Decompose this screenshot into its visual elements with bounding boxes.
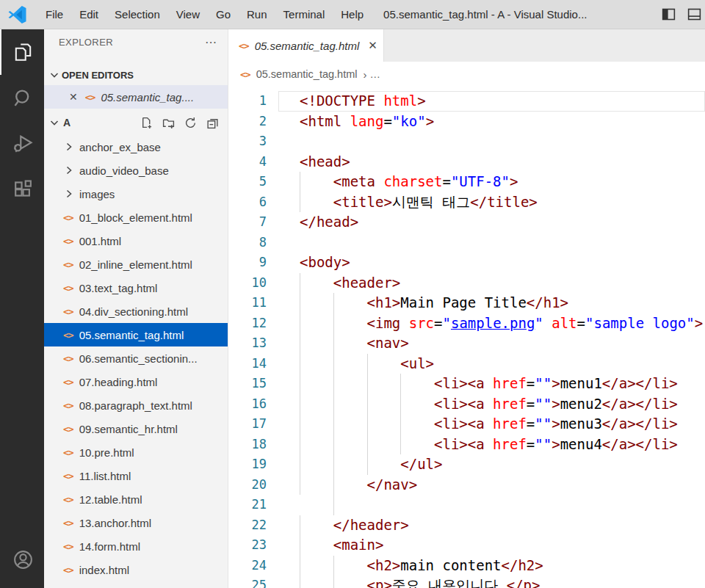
menu-view[interactable]: View (168, 8, 208, 21)
code-line-2[interactable]: <html lang="ko"> (278, 112, 705, 132)
extensions-icon[interactable] (0, 166, 44, 211)
line-number: 16 (228, 394, 267, 415)
code-line-5[interactable]: <meta charset="UTF-8"> (278, 172, 705, 192)
token-tag: <li><a (434, 415, 493, 432)
code-line-16[interactable]: <li><a href="">menu2</a></li> (278, 394, 705, 415)
code-line-14[interactable]: <ul> (278, 354, 705, 374)
refresh-icon[interactable] (184, 117, 197, 129)
tree-item-02-inline-element-html[interactable]: <>02_inline_element.html (44, 253, 228, 276)
code-line-1[interactable]: <!DOCTYPE html> (278, 91, 705, 112)
tree-item-06-semantic-sectionin-[interactable]: <>06.semantic_sectionin... (44, 346, 228, 370)
code-line-9[interactable]: <body> (278, 253, 705, 273)
line-number: 1 (228, 91, 267, 112)
new-file-icon[interactable] (140, 117, 153, 129)
explorer-title: EXPLORER (59, 37, 113, 48)
tree-item-label: 05.semantic_tag.html (79, 329, 184, 341)
explorer-icon[interactable] (0, 29, 44, 75)
token-tag: <head> (300, 153, 350, 170)
menu-run[interactable]: Run (239, 8, 275, 21)
line-number: 17 (228, 414, 267, 435)
tree-item-07-heading-html[interactable]: <>07.heading.html (44, 370, 228, 393)
tab-05-semantic-tag[interactable]: <> 05.semantic_tag.html ✕ (228, 29, 384, 62)
code-line-21[interactable] (278, 495, 705, 515)
menu-file[interactable]: File (37, 8, 71, 21)
token-attr: href (493, 396, 527, 412)
tree-item-03-text-tag-html[interactable]: <>03.text_tag.html (44, 276, 228, 300)
open-editor-item[interactable]: ✕ <> 05.semantic_tag.... (44, 85, 228, 109)
code-line-7[interactable]: </head> (278, 212, 705, 233)
tree-item-14-form-html[interactable]: <>14.form.html (44, 534, 228, 558)
code-line-11[interactable]: <h1>Main Page Title</h1> (278, 293, 705, 313)
menu-terminal[interactable]: Terminal (275, 8, 333, 21)
menu-selection[interactable]: Selection (106, 8, 168, 21)
tree-item-audio-video-base[interactable]: audio_video_base (44, 159, 228, 182)
menu-help[interactable]: Help (333, 8, 372, 21)
code-line-20[interactable]: </nav> (278, 475, 705, 496)
code-line-10[interactable]: <header> (278, 273, 705, 294)
breadcrumb-file[interactable]: 05.semantic_tag.html (256, 68, 358, 80)
tree-item-images[interactable]: images (44, 182, 228, 206)
token-tag: > (552, 396, 560, 412)
code-line-24[interactable]: <h2>main content</h2> (278, 556, 705, 576)
workspace-section-header[interactable]: A (44, 110, 228, 135)
breadcrumb-more[interactable]: … (369, 68, 380, 80)
breadcrumb[interactable]: <> 05.semantic_tag.html › … (228, 62, 705, 87)
toggle-panel-icon[interactable] (687, 7, 702, 22)
code-line-8[interactable] (278, 233, 705, 253)
tree-item-05-semantic-tag-html[interactable]: <>05.semantic_tag.html (44, 323, 228, 346)
menu-go[interactable]: Go (208, 8, 239, 21)
open-editors-header[interactable]: OPEN EDITORS (44, 65, 228, 85)
tree-item-13-anchor-html[interactable]: <>13.anchor.html (44, 511, 228, 534)
tree-item-04-div-sectioning-html[interactable]: <>04.div_sectioning.html (44, 300, 228, 323)
html-file-icon: <> (85, 92, 95, 103)
html-file-icon: <> (63, 494, 73, 505)
run-debug-icon[interactable] (0, 120, 44, 166)
explorer-more-icon[interactable]: ⋯ (205, 35, 217, 49)
tree-item-anchor-ex-base[interactable]: anchor_ex_base (44, 135, 228, 159)
code-line-15[interactable]: <li><a href="">menu1</a></li> (278, 374, 705, 394)
search-icon[interactable] (0, 75, 44, 120)
code-text: <header> (300, 273, 400, 294)
code-line-17[interactable]: <li><a href="">menu3</a></li> (278, 414, 705, 435)
code-line-6[interactable]: <title>시맨틱 태그</title> (278, 192, 705, 213)
tree-item-09-semantic-hr-html[interactable]: <>09.semantic_hr.html (44, 417, 228, 440)
chevron-right-icon (63, 188, 75, 200)
token-tag: <main> (333, 537, 384, 553)
code-line-3[interactable] (278, 131, 705, 152)
code-line-4[interactable]: <head> (278, 152, 705, 173)
account-icon[interactable] (0, 537, 44, 582)
collapse-all-icon[interactable] (206, 117, 219, 129)
tree-item-08-paragraph-text-html[interactable]: <>08.paragraph_text.html (44, 393, 228, 417)
code-editor[interactable]: 1234567891011121314151617181920212223242… (228, 87, 705, 588)
toggle-sidebar-icon[interactable] (661, 7, 676, 22)
close-tab-icon[interactable]: ✕ (368, 39, 377, 52)
code-line-19[interactable]: </ul> (278, 454, 705, 475)
tree-item-10-pre-html[interactable]: <>10.pre.html (44, 440, 228, 464)
code-line-25[interactable]: <p>중요 내용입니다.</p> (278, 576, 705, 588)
tree-item-12-table-html[interactable]: <>12.table.html (44, 487, 228, 511)
code-text: <meta charset="UTF-8"> (300, 172, 518, 192)
code-line-13[interactable]: <nav> (278, 333, 705, 354)
token-txt: 시맨틱 태그 (392, 194, 470, 210)
token-str: "" (535, 396, 552, 412)
tree-item-label: 06.semantic_sectionin... (79, 352, 198, 365)
code-line-12[interactable]: <img src="sample.png" alt="sample logo"> (278, 313, 705, 334)
code-line-22[interactable]: </header> (278, 515, 705, 536)
code-lines[interactable]: <!DOCTYPE html><html lang="ko"><head><me… (278, 91, 705, 588)
tree-item-001-html[interactable]: <>001.html (44, 229, 228, 253)
html-file-icon: <> (63, 353, 73, 364)
token-pun: = (527, 415, 535, 432)
token-str: "UTF-8" (451, 173, 510, 189)
menu-edit[interactable]: Edit (71, 8, 106, 21)
tree-item-label: 13.anchor.html (79, 517, 151, 529)
code-line-23[interactable]: <main> (278, 535, 705, 556)
tree-item-11-list-html[interactable]: <>11.list.html (44, 464, 228, 487)
tree-item-01-block-element-html[interactable]: <>01_block_element.html (44, 206, 228, 229)
tree-item-index-html[interactable]: <>index.html (44, 558, 228, 581)
close-icon[interactable]: ✕ (69, 91, 78, 103)
new-folder-icon[interactable] (162, 117, 175, 129)
token-tag: > (510, 173, 518, 189)
token-attr: html (383, 92, 417, 109)
indent-guide (300, 354, 300, 374)
code-line-18[interactable]: <li><a href="">menu4</a></li> (278, 435, 705, 455)
